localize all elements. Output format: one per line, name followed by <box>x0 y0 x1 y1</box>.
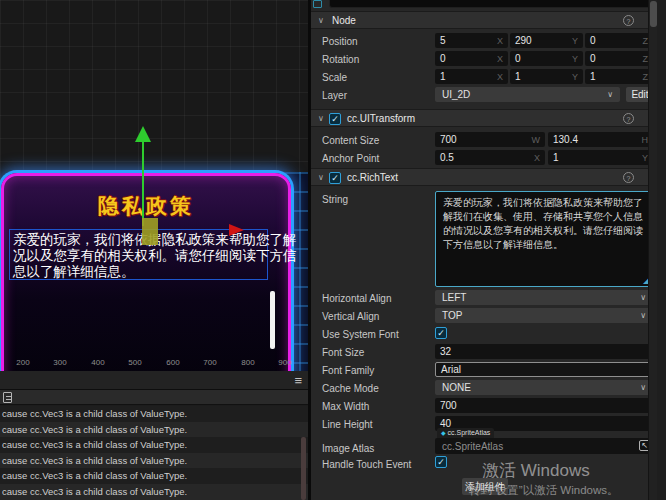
chevron-down-icon[interactable]: ∨ <box>318 173 324 182</box>
image-atlas-field[interactable]: cc.SpriteAtlas ↖ <box>435 438 653 454</box>
scale-y-input[interactable]: 1Y <box>510 69 583 84</box>
vertical-align-dropdown[interactable]: TOP∨ <box>435 308 653 323</box>
chevron-down-icon[interactable]: ∨ <box>318 114 324 123</box>
scale-label: Scale <box>322 72 347 83</box>
handle-touch-event-label: Handle Touch Event <box>322 459 411 470</box>
privacy-dialog-title: 隐私政策 <box>4 192 288 220</box>
help-icon[interactable]: ? <box>623 172 634 183</box>
y-axis-gizmo-arrow-icon[interactable] <box>135 126 151 142</box>
console-panel: ≡ cause cc.Vec3 is a child class of Valu… <box>0 371 308 500</box>
handle-touch-event-checkbox[interactable]: ✓ <box>435 456 447 468</box>
console-toolbar: ≡ <box>0 371 308 390</box>
content-size-w-input[interactable]: 700W <box>435 132 545 147</box>
cache-mode-label: Cache Mode <box>322 383 379 394</box>
image-atlas-type-text: cc.SpriteAtlas <box>448 429 491 436</box>
max-width-input[interactable]: 700 <box>435 398 653 413</box>
scene-view: 隐私政策 亲爱的玩家，我们将依据隐私政策来帮助您了解 况以及您享有的相关权利。请… <box>0 0 308 371</box>
inspector-scrollbar-thumb[interactable] <box>650 1 657 27</box>
ruler-tick: 900 <box>273 358 297 367</box>
rotation-x-input[interactable]: 0X <box>435 51 508 66</box>
ruler-tick: 300 <box>48 358 72 367</box>
use-system-font-label: Use System Font <box>322 329 399 340</box>
dialog-body-line: 息以了解详细信息。 <box>13 263 135 281</box>
inspector-panel: ∨ Node ? ⋮ Position 5X 290Y 0Z Rotation … <box>311 0 657 500</box>
image-atlas-placeholder: cc.SpriteAtlas <box>442 441 503 452</box>
console-scrollbar[interactable] <box>301 437 306 500</box>
node-section-title: Node <box>332 15 356 26</box>
richtext-section-title: cc.RichText <box>347 172 398 183</box>
windows-activation-watermark-sub: 转到“设置”以激活 Windows。 <box>469 483 619 498</box>
console-log-row[interactable]: cause cc.Vec3 is a child class of ValueT… <box>0 422 308 438</box>
console-log-row[interactable]: cause cc.Vec3 is a child class of ValueT… <box>0 406 308 422</box>
editor-window: 隐私政策 亲爱的玩家，我们将依据隐私政策来帮助您了解 况以及您享有的相关权利。请… <box>0 0 666 500</box>
rotation-y-input[interactable]: 0Y <box>510 51 583 66</box>
node-icon <box>313 0 322 8</box>
richtext-selection-box: 亲爱的玩家，我们将依据隐私政策来帮助您了解 况以及您享有的相关权利。请您仔细阅读… <box>9 229 268 280</box>
cache-mode-dropdown[interactable]: NONE∨ <box>435 380 653 395</box>
y-axis-gizmo-line <box>142 140 144 226</box>
ruler-tick: 600 <box>161 358 185 367</box>
font-size-input[interactable]: 32 <box>435 344 653 359</box>
console-log-row[interactable]: cause cc.Vec3 is a child class of ValueT… <box>0 468 308 484</box>
inspector-scrollbar-track[interactable] <box>648 0 657 500</box>
console-log-row[interactable]: cause cc.Vec3 is a child class of ValueT… <box>0 484 308 500</box>
dialog-scrollbar <box>270 291 275 349</box>
chevron-down-icon: ∨ <box>640 311 646 320</box>
image-atlas-type-tag: ◆ cc.SpriteAtlas <box>437 428 494 438</box>
position-x-input[interactable]: 5X <box>435 33 508 48</box>
horizontal-align-label: Horizontal Align <box>322 293 391 304</box>
horizontal-align-dropdown[interactable]: LEFT∨ <box>435 290 653 305</box>
position-label: Position <box>322 36 358 47</box>
scene-ruler: 200 300 400 500 600 700 800 900 <box>0 356 308 371</box>
x-axis-gizmo-arrow-icon[interactable] <box>229 224 244 236</box>
anchor-point-label: Anchor Point <box>322 153 379 164</box>
ruler-tick: 500 <box>123 358 147 367</box>
rotation-label: Rotation <box>322 54 359 65</box>
uitransform-enabled-checkbox[interactable]: ✓ <box>329 113 341 125</box>
uitransform-section-title: cc.UITransform <box>347 113 415 124</box>
font-size-label: Font Size <box>322 347 364 358</box>
ruler-tick: 200 <box>11 358 35 367</box>
log-file-icon[interactable] <box>3 392 12 403</box>
console-log-row[interactable]: cause cc.Vec3 is a child class of ValueT… <box>0 437 308 453</box>
richtext-section-header: ∨ ✓ cc.RichText ? ⋮ <box>311 168 657 186</box>
rotation-z-input[interactable]: 0Z <box>585 51 653 66</box>
anchor-point-y-input[interactable]: 1Y <box>548 150 653 165</box>
position-z-input[interactable]: 0Z <box>585 33 653 48</box>
diamond-icon: ◆ <box>441 430 446 436</box>
font-family-label: Font Family <box>322 365 374 376</box>
layer-label: Layer <box>322 90 347 101</box>
content-size-h-input[interactable]: 130.4H <box>548 132 653 147</box>
content-size-label: Content Size <box>322 135 379 146</box>
ruler-tick: 800 <box>236 358 260 367</box>
help-icon[interactable]: ? <box>623 15 634 26</box>
ruler-tick: 700 <box>198 358 222 367</box>
console-log-row[interactable]: cause cc.Vec3 is a child class of ValueT… <box>0 453 308 469</box>
string-textarea[interactable]: 亲爱的玩家，我们将依据隐私政策来帮助您了解我们在收集、使用、存储和共享您个人信息… <box>435 191 653 287</box>
menu-icon[interactable]: ≡ <box>294 373 302 388</box>
layer-dropdown[interactable]: UI_2D∨ <box>435 87 620 102</box>
anchor-gizmo-handle[interactable] <box>142 218 158 245</box>
ruler-tick: 400 <box>86 358 110 367</box>
chevron-down-icon[interactable]: ∨ <box>318 16 324 25</box>
anchor-point-x-input[interactable]: 0.5X <box>435 150 545 165</box>
node-name-input[interactable] <box>329 0 651 8</box>
string-label: String <box>322 194 348 205</box>
chevron-down-icon: ∨ <box>607 90 613 99</box>
use-system-font-checkbox[interactable]: ✓ <box>435 327 447 339</box>
position-y-input[interactable]: 290Y <box>510 33 583 48</box>
font-family-input[interactable]: Arial <box>435 362 653 377</box>
help-icon[interactable]: ? <box>623 113 634 124</box>
richtext-enabled-checkbox[interactable]: ✓ <box>329 172 341 184</box>
console-filter-bar <box>0 390 308 405</box>
vertical-align-label: Vertical Align <box>322 311 379 322</box>
scale-z-input[interactable]: 1Z <box>585 69 653 84</box>
node-section-header: ∨ Node ? ⋮ <box>311 11 657 29</box>
scale-x-input[interactable]: 1X <box>435 69 508 84</box>
line-height-label: Line Height <box>322 419 373 430</box>
console-log-list: cause cc.Vec3 is a child class of ValueT… <box>0 406 308 500</box>
chevron-down-icon: ∨ <box>640 383 646 392</box>
image-atlas-label: Image Atlas <box>322 443 374 454</box>
uitransform-section-header: ∨ ✓ cc.UITransform ? ⋮ <box>311 109 657 127</box>
chevron-down-icon: ∨ <box>640 293 646 302</box>
